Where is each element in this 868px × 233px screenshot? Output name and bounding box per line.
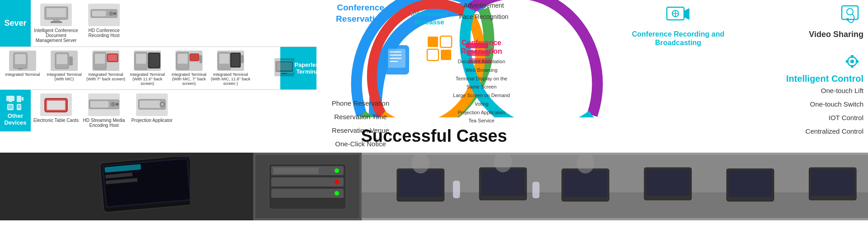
svg-rect-29 (231, 54, 240, 66)
conf-reservation-title: Conference Reservation (319, 2, 402, 24)
svg-rect-17 (108, 55, 117, 61)
svg-point-75 (850, 60, 854, 63)
svg-rect-59 (427, 36, 439, 47)
successful-cases-title: Successful Cases (0, 117, 868, 153)
device-name: Intelligent Conference Document Manageme… (33, 28, 79, 43)
svg-rect-24 (190, 54, 199, 61)
conf-recording-title: Conference Recording and Broadcasting (628, 30, 728, 47)
list-item: Integrated Terminal (With 7'' back scree… (86, 51, 126, 86)
list-item: Voting (450, 100, 513, 108)
middle-diagram: Conference Reservation Phone Reservation… (316, 0, 624, 117)
device-name: Integrated Terminal (With MIC, 11.6'' ba… (211, 72, 250, 86)
svg-rect-106 (728, 171, 772, 197)
terminal-mic7-icon (175, 51, 203, 71)
device-name: Integrated Terminal (With 11.6'' back sc… (127, 72, 167, 86)
device-name: Integrated Terminal (With 7'' back scree… (86, 72, 126, 81)
svg-rect-1 (47, 8, 66, 17)
svg-point-6 (109, 11, 113, 16)
svg-rect-78 (846, 60, 849, 63)
svg-rect-41 (18, 105, 20, 108)
case-image-3 (362, 153, 868, 220)
projection-icon (136, 93, 168, 116)
svg-rect-94 (335, 191, 339, 196)
svg-rect-50 (140, 101, 160, 108)
terminal-items-list: Integrated Terminal Integrated Terminal … (0, 47, 280, 89)
conf-recording-section: Conference Recording and Broadcasting (628, 4, 728, 47)
case-image-2 (253, 153, 362, 220)
device-name: Integrated Terminal (5, 72, 40, 77)
server-items: Intelligent Conference Document Manageme… (31, 0, 129, 47)
svg-rect-44 (47, 101, 65, 110)
svg-point-72 (847, 9, 853, 15)
terminal-icon (9, 51, 36, 71)
svg-point-52 (161, 103, 164, 106)
list-item: Web Browsing (450, 66, 513, 75)
svg-rect-30 (241, 55, 244, 63)
terminal-row: Integrated Terminal Integrated Terminal … (0, 47, 316, 90)
svg-rect-90 (271, 189, 344, 198)
svg-rect-3 (51, 21, 62, 23)
svg-rect-5 (92, 11, 106, 16)
svg-rect-98 (399, 171, 442, 197)
paperless-terminal: Paperless Terminal (280, 47, 316, 89)
case-image-1 (0, 153, 253, 220)
terminal-7back-icon (92, 51, 119, 71)
advertisement-label: Advertisement (457, 0, 511, 11)
server-device-icon (40, 4, 72, 26)
right-panel: Conference Recording and Broadcasting Vi… (624, 0, 868, 117)
svg-rect-109 (453, 181, 460, 198)
list-item: Projection Application (450, 108, 513, 117)
list-item: Intelligent Conference Document Manageme… (33, 4, 79, 43)
list-item: One-touch Lift (628, 84, 863, 98)
terminal-mic116-icon (217, 51, 244, 71)
svg-rect-46 (90, 101, 108, 107)
host-device-icon (88, 4, 120, 26)
device-name: Integrated Terminal (With MIC) (44, 72, 84, 81)
svg-rect-33 (282, 73, 287, 74)
svg-rect-100 (481, 169, 524, 196)
svg-rect-13 (69, 56, 73, 65)
svg-rect-76 (851, 55, 854, 58)
device-name: Integrated Terminal (With MIC, 7'' back … (169, 72, 209, 86)
svg-rect-15 (95, 54, 105, 64)
svg-rect-9 (15, 54, 26, 64)
svg-rect-92 (335, 168, 339, 173)
svg-point-7 (113, 12, 116, 15)
cases-images (0, 153, 868, 220)
svg-rect-27 (219, 54, 229, 64)
info-release-section: Information Releasse (405, 10, 454, 26)
svg-rect-21 (149, 54, 159, 67)
svg-rect-36 (17, 96, 21, 102)
list-item: Integrated Terminal (With 11.6'' back sc… (127, 51, 167, 86)
server-row: Sever Intelligent Conference Document Ma… (0, 0, 316, 47)
list-item: HD Conference Recording Host (81, 4, 127, 43)
list-item: Integrated Terminal (With MIC, 11.6'' ba… (211, 51, 250, 86)
diagram-container: Conference Reservation Phone Reservation… (316, 0, 624, 117)
svg-rect-77 (851, 65, 854, 68)
svg-point-48 (116, 103, 118, 106)
list-item: Integrated Terminal (With MIC) (44, 51, 84, 86)
info-release-title: Information Releasse (411, 10, 448, 26)
svg-rect-19 (136, 54, 146, 64)
svg-rect-110 (533, 182, 540, 198)
svg-rect-25 (199, 55, 202, 63)
terminal-mic-icon (51, 51, 78, 71)
svg-point-47 (111, 102, 115, 107)
svg-point-73 (846, 18, 849, 21)
streaming-host-icon (88, 93, 120, 116)
svg-rect-37 (22, 97, 24, 101)
table-cards-icon (40, 93, 72, 116)
svg-rect-23 (178, 54, 188, 64)
video-sharing-title: Video Sharing (773, 30, 863, 39)
svg-rect-34 (6, 96, 14, 101)
svg-rect-39 (8, 105, 13, 109)
list-item: One-touch Switch (628, 98, 863, 111)
svg-rect-108 (811, 169, 854, 196)
top-center-labels: Advertisement Face Recognition (457, 0, 511, 23)
svg-rect-61 (427, 49, 439, 61)
svg-rect-79 (856, 60, 859, 63)
face-recognition-label: Face Recognition (457, 11, 511, 23)
list-item: Integrated Terminal (3, 51, 42, 86)
paperless-icon (274, 58, 294, 76)
bottom-section: Successful Cases (0, 117, 868, 220)
